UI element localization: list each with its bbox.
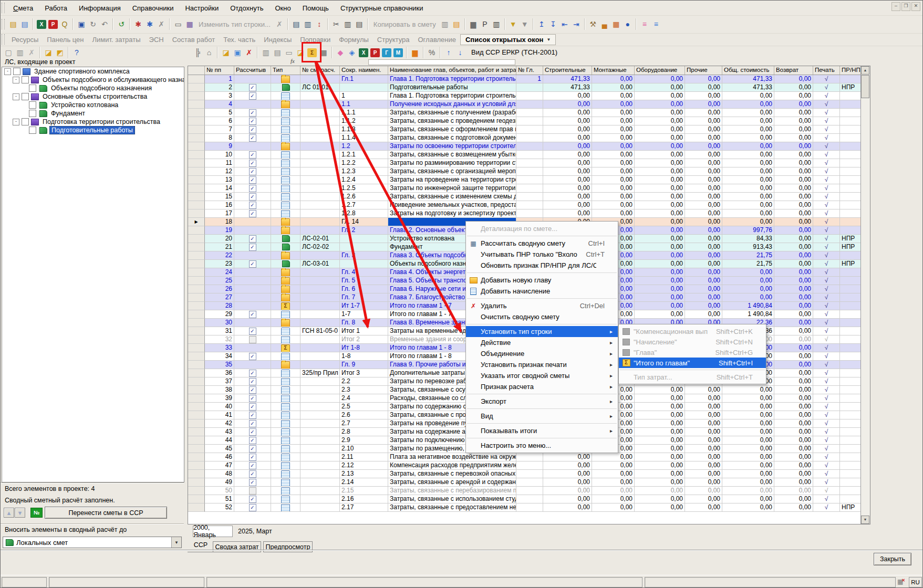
scroll-up-icon[interactable]: ▲ [861,66,869,75]
period-end-label[interactable]: 2025, Март [238,528,272,535]
menu-item[interactable]: Очистить сводную смету [466,311,618,322]
menu-item[interactable]: Вид▸ [466,411,618,422]
panel-tab-тех-часть[interactable]: Тех. часть [219,35,260,45]
copy-icon[interactable]: ▥ [343,18,353,30]
row-calc-checkbox[interactable] [249,487,256,495]
minimize-button[interactable]: – [891,2,900,11]
panel-tab-формулы[interactable]: Формулы [335,35,373,45]
scroll-down-icon[interactable]: ▼ [861,516,869,524]
panel-tab-индексы[interactable]: Индексы [260,35,296,45]
cut-icon[interactable]: ✂ [331,18,341,30]
table-row[interactable]: 11✓1.2.2Затраты по разминированию террит… [188,159,870,167]
stamp-icon[interactable]: ▭ [173,18,183,30]
menu-item[interactable]: Добавить новую главу [466,275,618,286]
tree-checkbox[interactable] [22,93,29,100]
update-prices-icon[interactable]: ↺ [116,18,127,30]
delete-row-icon[interactable]: ✗ [244,47,254,58]
menu-1[interactable]: Смета [7,2,39,15]
menu-item[interactable]: Экспорт▸ [466,396,618,407]
page-r-icon[interactable]: Р [480,18,490,30]
period-start-box[interactable]: 2000, Январь [193,526,233,537]
report-pages-icon[interactable]: ▥ [261,47,271,58]
column-header[interactable]: Оборудование [635,66,685,75]
tree-item[interactable]: -Здание спортивного комплекса [2,67,184,76]
row-calc-checkbox[interactable]: ✓ [249,470,256,478]
table-row[interactable]: 3✓1Глава 1. Подготовка территории строит… [188,92,870,100]
row-calc-checkbox[interactable]: ✓ [249,126,256,133]
insert-level-select[interactable]: Локальных смет ▼ [3,537,182,548]
export-book-icon[interactable]: ◈ [347,47,357,58]
tree-checkbox[interactable] [29,85,36,92]
table-row[interactable]: 14✓1.2.5Затраты по инженерной защите тер… [188,184,870,193]
table-row[interactable]: 13✓1.2.4Затраты на проведение на террито… [188,176,870,184]
row-calc-checkbox[interactable]: ✓ [249,462,256,469]
menu-item[interactable]: Обновить признак ПР/НПР для ЛС/ОСР [466,260,618,271]
eraser-icon[interactable]: ◆ [335,47,346,58]
move-up-button[interactable]: ▲ [4,508,14,518]
toolbar-drag-handle[interactable] [2,3,5,13]
table-row[interactable]: 46✓2.11Плата за негативное воздействие н… [188,453,870,461]
table-row[interactable]: 15✓1.2.6Затраты, связанные с изменением … [188,193,870,201]
menu-item[interactable]: Указать итог сводной сметы▸ [466,370,618,381]
column-header[interactable]: Монтажные [592,66,635,75]
transfer-estimates-button[interactable]: Перенести сметы в ССР [45,507,167,519]
filter-clear-icon[interactable]: ▼ [520,18,530,30]
tree-checkbox[interactable] [29,110,36,117]
indent-right-icon[interactable]: ⇥ [571,18,582,30]
row-calc-checkbox[interactable]: ✓ [249,428,256,436]
print-form-icon[interactable]: ▭ [284,47,294,58]
row-calc-checkbox[interactable]: ✓ [249,193,256,201]
row-calc-checkbox[interactable]: ✓ [249,328,256,335]
row-calc-checkbox[interactable]: ✓ [249,496,256,503]
table-row[interactable]: 1Гл.1Глава 1. Подготовка территории стро… [188,75,870,83]
add-estimate-icon[interactable]: ✱ [144,18,155,30]
menu-7[interactable]: Окно [269,2,296,15]
help-icon[interactable]: ? [71,47,82,58]
formula-field[interactable] [368,59,515,65]
row-calc-checkbox[interactable]: ✓ [249,109,256,117]
row-calc-checkbox[interactable]: ✓ [249,420,256,427]
percent-doc-icon[interactable]: % [427,47,437,58]
tree-item[interactable]: Подготовительные работы [2,126,184,134]
copy-doc-icon[interactable]: ▥ [15,47,25,58]
row-calc-checkbox[interactable]: ✓ [249,84,256,91]
structure-view-icon[interactable]: ╠ [192,47,203,58]
xml-ge-icon[interactable]: Г [382,48,391,57]
menu-item[interactable]: ✗УдалитьCtrl+Del [466,300,618,311]
project-tree-add-icon[interactable]: ▤ [19,18,30,30]
add-charge-icon[interactable]: ▣ [232,47,243,58]
tree-item[interactable]: Устройство котлована [2,101,184,109]
table-row[interactable]: 2✓ЛС 01-01Подготовительные работы471,330… [188,83,870,92]
excel-export-icon[interactable]: X [359,48,368,57]
row-calc-checkbox[interactable]: ✓ [249,134,256,142]
row-calc-checkbox[interactable]: ✓ [249,160,256,167]
layers-pink-icon[interactable]: ≡ [639,18,650,30]
tree-checkbox[interactable] [22,118,29,125]
row-calc-checkbox[interactable]: ✓ [249,395,256,402]
menu-item[interactable]: Действие▸ [466,337,618,348]
new-doc-icon[interactable]: ▢ [3,47,14,58]
film-icon[interactable]: ▦ [184,18,195,30]
labor-icon[interactable]: ⚒ [588,18,598,30]
insert-below-icon[interactable]: ↧ [548,18,558,30]
add-chapter-icon[interactable]: ◪ [221,47,231,58]
menu-item[interactable]: Установить признак печати▸ [466,359,618,370]
column-header[interactable]: ПР/НПР [840,66,861,75]
row-calc-checkbox[interactable]: ✓ [249,176,256,184]
toolbar-drag-handle[interactable] [2,19,5,29]
menu-5[interactable]: Настройки [179,2,224,15]
table-row[interactable]: 47✓2.12Компенсация расходов предприятиям… [188,461,870,470]
row-calc-checkbox[interactable]: ✓ [249,202,256,209]
row-calc-checkbox[interactable]: ✓ [249,378,256,385]
panel-tab-панель-цен[interactable]: Панель цен [43,35,88,45]
excel-icon[interactable]: X [37,20,46,29]
menu-6[interactable]: Отдохнуть [224,2,269,15]
paste-clipboard-icon[interactable]: ▤ [451,18,462,30]
table-row[interactable]: 17✓1.2.8Затраты на подготовку и эксперти… [188,209,870,218]
move-down-button[interactable]: ▼ [15,508,25,518]
priority-icon[interactable]: ↕ [314,18,325,30]
close-window-button[interactable]: ✕ [911,2,920,11]
delete-note-icon[interactable]: ✗ [156,18,167,30]
row-calc-checkbox[interactable]: ✓ [249,412,256,419]
truck-icon[interactable]: ▄ [599,18,610,30]
